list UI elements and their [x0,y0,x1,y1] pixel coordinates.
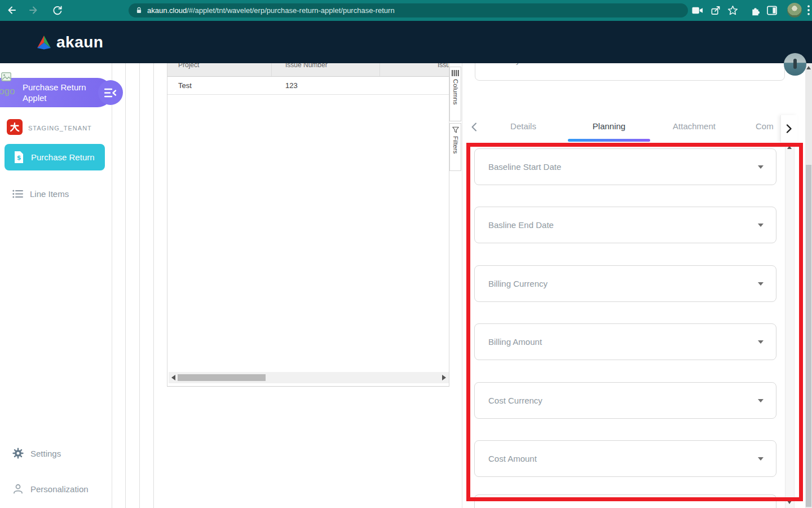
dropdown-caret-icon [758,457,764,461]
sidebar-item-label: Settings [30,449,61,458]
filters-tab-label: Filters [452,136,459,154]
browser-forward-icon[interactable] [26,3,41,17]
tabs-scroll-right-button[interactable] [780,115,797,142]
dropdown-caret-icon [758,282,764,286]
screen: akaun.cloud/#/applet/tnt/wavelet/erp/pur… [0,0,812,508]
cell-project: Test [178,81,192,90]
browser-address-bar[interactable]: akaun.cloud/#/applet/tnt/wavelet/erp/pur… [129,3,688,17]
scroll-right-arrow-icon[interactable] [442,375,446,380]
table-row[interactable]: Test 123 [167,76,449,95]
column-header-project[interactable]: Project [178,63,199,69]
browser-reload-icon[interactable] [50,3,64,17]
person-icon [12,483,24,494]
tab-comments-truncated[interactable]: Com [756,121,780,131]
lock-icon [135,6,143,15]
app-header: akaun [0,21,812,63]
table-horizontal-scrollbar[interactable] [169,372,449,383]
detail-panel-scrollbar[interactable] [785,143,795,508]
page-scroll-up-arrow-icon[interactable] [806,66,811,69]
filters-side-tab[interactable]: Filters [449,123,461,171]
tab-attachment[interactable]: Attachment [654,121,734,131]
sidebar-item-settings[interactable]: Settings [0,444,112,463]
extensions-puzzle-icon[interactable] [748,3,762,17]
field-basline-end-date[interactable]: Basline End Date [474,207,776,243]
sidebar-item-personalization[interactable]: Personalization [0,479,112,498]
sidebar-item-label: Line Items [30,189,69,199]
tab-planning[interactable]: Planning [570,121,648,131]
svg-text:$: $ [17,154,21,161]
panel-divider [125,63,126,508]
columns-tab-label: Columns [452,79,459,104]
scroll-down-arrow-icon[interactable] [787,501,792,504]
panel-divider [139,63,140,508]
dropdown-caret-icon [758,165,764,169]
applet-banner: Purchase Return Applet [0,78,112,107]
media-camera-icon[interactable] [690,3,705,17]
cell-issue-number: 123 [285,81,298,90]
panel-separator [462,63,462,508]
panel-divider [153,63,154,508]
akaun-brand[interactable]: akaun [36,21,103,63]
chevron-right-icon [786,124,792,133]
field-partially-visible[interactable] [474,494,776,508]
tabs-scroll-left-icon[interactable] [467,120,480,134]
brand-name: akaun [56,33,103,51]
active-tab-indicator [568,139,650,142]
columns-icon [452,70,459,76]
page-scrollbar[interactable] [805,63,812,508]
gear-icon [12,448,24,459]
tab-details[interactable]: Details [484,121,563,131]
sidebar-item-purchase-return[interactable]: $ Purchase Return [5,144,105,170]
dropdown-caret-icon [758,399,764,402]
field-baseline-start-date[interactable]: Baseline Start Date [474,148,776,185]
url-text: akaun.cloud/#/applet/tnt/wavelet/erp/pur… [147,6,395,15]
field-billing-amount[interactable]: Billing Amount [474,323,776,360]
tenant-icon[interactable] [7,119,23,135]
sidebar-item-label: Purchase Return [31,152,95,162]
field-billing-currency[interactable]: Billing Currency [474,265,776,302]
table-header-row: Project Issue Number Issu [167,63,449,77]
browser-profile-avatar[interactable] [787,3,802,17]
side-panel-icon[interactable] [765,3,779,17]
sidebar-item-line-items[interactable]: Line Items [0,184,112,203]
bookmark-star-icon[interactable] [725,3,740,17]
records-table: Project Issue Number Issu Test 123 [167,63,449,387]
akaun-logo-icon [36,35,52,50]
browser-menu-dots-icon[interactable] [801,3,812,17]
broken-image-icon [1,72,11,81]
scroll-left-arrow-icon[interactable] [171,375,175,380]
field-cost-amount[interactable]: Cost Amount [474,440,776,477]
collapse-menu-icon [104,88,117,98]
scroll-up-arrow-icon[interactable] [787,146,792,149]
browser-toolbar: akaun.cloud/#/applet/tnt/wavelet/erp/pur… [0,0,812,21]
columns-side-tab[interactable]: Columns [449,67,461,121]
share-icon[interactable] [708,3,723,17]
logo-alt-text: ogo [0,86,15,97]
horizontal-scroll-thumb[interactable] [178,374,266,381]
page-scroll-thumb[interactable] [806,165,811,507]
dropdown-caret-icon [758,340,764,344]
column-header-issue-number[interactable]: Issue Number [285,63,328,69]
browser-back-icon[interactable] [5,3,19,17]
list-icon [12,190,23,198]
applet-title: Purchase Return Applet [23,82,86,103]
column-header-issue-truncated[interactable]: Issu [438,63,449,69]
sidebar-item-label: Personalization [30,484,89,494]
filter-icon [452,126,459,133]
sidebar-collapse-button[interactable] [98,80,123,105]
field-cost-currency[interactable]: Cost Currency [474,382,776,419]
tenant-label[interactable]: STAGING_TENANT [28,125,92,132]
user-avatar[interactable] [784,53,806,76]
applet-logo-broken-image: ogo [1,72,11,84]
dropdown-caret-icon [758,224,764,227]
document-dollar-icon: $ [14,151,24,164]
